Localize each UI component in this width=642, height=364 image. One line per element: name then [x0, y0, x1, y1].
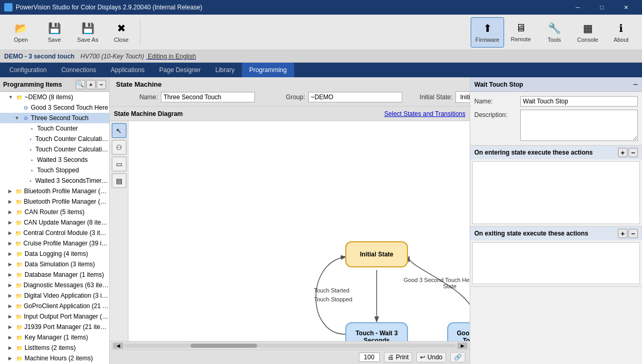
- tree-item-label: ListItems (2 items): [25, 344, 76, 351]
- scroll-left-button[interactable]: ◀: [113, 343, 123, 349]
- right-panel-close-button[interactable]: −: [633, 80, 638, 89]
- sidebar-remove-button[interactable]: −: [97, 80, 106, 89]
- folder-icon: 📁: [15, 313, 22, 320]
- scroll-right-button[interactable]: ▶: [457, 343, 468, 349]
- tab-applications[interactable]: Applications: [103, 63, 152, 77]
- tree-item-label: Diagnostic Messages (63 items...: [24, 281, 109, 289]
- close-window-button[interactable]: ✕: [614, 0, 638, 15]
- undo-button[interactable]: ↩ Undo: [416, 352, 446, 362]
- sidebar-item-machine-hours[interactable]: ▶ 📁 Machine Hours (2 items): [0, 353, 109, 363]
- sidebar-item-touch-calc2[interactable]: ▪ Touch Counter Calculation E...: [0, 144, 109, 155]
- state-good-touch[interactable]: Good 3 SecondTouch Here: [447, 322, 470, 341]
- state-touch-wait[interactable]: Touch - Wait 3Seconds: [345, 322, 408, 341]
- sidebar-item-good3[interactable]: ⚙ Good 3 Second Touch Here: [0, 102, 109, 113]
- tree-item-label: Machine Hours (2 items): [25, 355, 93, 362]
- tree-item-label: Bluetooth Profile Manager (M2...: [24, 198, 109, 205]
- sidebar-search-button[interactable]: 🔍: [76, 80, 85, 89]
- tab-connections[interactable]: Connections: [54, 63, 103, 77]
- folder-icon: 📁: [16, 261, 23, 268]
- on-exit-section: On exiting state execute these actions +…: [470, 227, 642, 287]
- save-button[interactable]: 💾 Save: [38, 17, 71, 48]
- state-machine-icon: ⚙: [22, 104, 29, 111]
- print-button[interactable]: 🖨 Print: [384, 352, 413, 362]
- sidebar-add-button[interactable]: +: [86, 80, 96, 89]
- hscroll-track[interactable]: [124, 344, 456, 348]
- sidebar-item-can-update[interactable]: ▶ 📁 CAN Update Manager (8 items...: [0, 217, 109, 228]
- sidebar-item-can-router[interactable]: ▶ 📁 CAN Router (5 items): [0, 207, 109, 217]
- state-description-input[interactable]: [520, 110, 638, 141]
- sidebar-item-digital-video[interactable]: ▶ 📁 Digital Video Application (3 ite...: [0, 290, 109, 301]
- tab-page-designer[interactable]: Page Designer: [152, 63, 208, 77]
- minimize-button[interactable]: ─: [566, 0, 590, 15]
- firmware-button[interactable]: ⬆ Firmware: [471, 17, 504, 48]
- sidebar-item-waited3[interactable]: ▪ Waited 3 Seconds: [0, 155, 109, 165]
- on-enter-collapse-button[interactable]: −: [628, 148, 638, 157]
- sidebar-item-data-simulation[interactable]: ▶ 📁 Data Simulation (3 items): [0, 259, 109, 269]
- connect-tool[interactable]: ⚇: [112, 140, 126, 155]
- pointer-tool[interactable]: ↖: [112, 123, 126, 138]
- link-button[interactable]: 🔗: [450, 352, 465, 362]
- diagram-canvas[interactable]: Initial State Touch - Wait 3Seconds Good…: [129, 121, 470, 341]
- sidebar-item-touch-calc1[interactable]: ▪ Touch Counter Calculation E...: [0, 134, 109, 144]
- initial-state-select[interactable]: Initial State: [456, 91, 470, 103]
- sidebar-item-gopro[interactable]: ▶ 📁 GoProClient Application (21 ite...: [0, 301, 109, 311]
- tab-library[interactable]: Library: [208, 63, 242, 77]
- sidebar-item-database-manager[interactable]: ▶ 📁 Database Manager (1 items): [0, 269, 109, 280]
- right-panel: Wait Touch Stop − Name: Description: On …: [470, 77, 642, 364]
- expand-icon: ▶: [8, 199, 14, 204]
- about-icon: ℹ: [619, 22, 623, 34]
- on-exit-add-button[interactable]: +: [618, 229, 627, 238]
- sidebar-item-cruise-profile[interactable]: ▶ 📁 Cruise Profile Manager (39 item...: [0, 238, 109, 249]
- sidebar-item-listitems[interactable]: ▶ 📁 ListItems (2 items): [0, 343, 109, 353]
- item-icon: ▪: [28, 156, 36, 163]
- save-as-button[interactable]: 💾 Save As: [71, 17, 104, 48]
- console-button[interactable]: ▦ Console: [571, 17, 604, 48]
- open-button[interactable]: 📂 Open: [4, 17, 38, 48]
- transition-label-touch-stopped-1: Touch Stopped: [314, 296, 352, 302]
- sidebar-item-touch-stopped[interactable]: ▪ Touch Stopped: [0, 165, 109, 175]
- sidebar-item-central-control[interactable]: ▶ 📁 Central Control Module (3 items...: [0, 228, 109, 238]
- sidebar-item-data-logging[interactable]: ▶ 📁 Data Logging (4 items): [0, 249, 109, 259]
- breadcrumb-editing[interactable]: Editing in English: [146, 53, 196, 60]
- name-input[interactable]: [161, 92, 255, 102]
- on-exit-collapse-button[interactable]: −: [628, 229, 638, 238]
- initial-state-field-row: Initial State: Initial State: [411, 91, 470, 103]
- state-tool[interactable]: ▭: [112, 157, 126, 171]
- tab-programming[interactable]: Programming: [242, 63, 294, 77]
- sidebar-item-waited-timervar[interactable]: ▪ Waited 3 SecondsTimerVaria...: [0, 175, 109, 186]
- select-states-link[interactable]: Select States and Transitions: [384, 110, 465, 118]
- hscroll-thumb[interactable]: [191, 344, 257, 348]
- sidebar-item-j1939[interactable]: ▶ 📁 J1939 Port Manager (21 items): [0, 322, 109, 332]
- state-name-input[interactable]: [520, 96, 638, 107]
- on-enter-header[interactable]: On entering state execute these actions …: [470, 146, 642, 159]
- diagram-hscroll[interactable]: ◀ ▶: [110, 341, 470, 349]
- folder-icon: 📁: [16, 187, 22, 195]
- app-icon: [4, 3, 13, 11]
- toolbar-separator: [140, 19, 141, 45]
- tools-button[interactable]: 🔧 Tools: [538, 17, 571, 48]
- group-input[interactable]: [308, 92, 402, 102]
- on-exit-header[interactable]: On exiting state execute these actions +…: [470, 227, 642, 240]
- tab-configuration[interactable]: Configuration: [2, 63, 54, 77]
- sidebar-item-bluetooth-m39[interactable]: ▶ 📁 Bluetooth Profile Manager (39...: [0, 186, 109, 196]
- remote-button[interactable]: 🖥 Remote: [504, 17, 538, 48]
- sidebar-item-bluetooth-m2[interactable]: ▶ 📁 Bluetooth Profile Manager (M2...: [0, 196, 109, 207]
- state-initial[interactable]: Initial State: [345, 241, 408, 267]
- item-icon: ▪: [27, 146, 33, 153]
- sidebar-item-diagnostic[interactable]: ▶ 📁 Diagnostic Messages (63 items...: [0, 280, 109, 290]
- remote-label: Remote: [511, 36, 531, 42]
- sidebar-item-touch-counter[interactable]: ▪ Touch Counter: [0, 123, 109, 134]
- sidebar-item-three-second[interactable]: ▼ ⚙ Three Second Touch: [0, 113, 109, 123]
- sidebar-item-demo-root[interactable]: ▼ 📁 ~DEMO (8 items): [0, 92, 109, 102]
- about-button[interactable]: ℹ About: [604, 17, 638, 48]
- text-tool[interactable]: ▤: [112, 173, 126, 188]
- expand-icon: ▶: [8, 356, 15, 361]
- remote-icon: 🖥: [516, 22, 526, 34]
- diagram-svg: [129, 121, 470, 341]
- on-enter-add-button[interactable]: +: [618, 148, 627, 157]
- sidebar-item-key-manager[interactable]: ▶ 📁 Key Manager (1 items): [0, 332, 109, 343]
- maximize-button[interactable]: □: [590, 0, 614, 15]
- sidebar-item-input-output[interactable]: ▶ 📁 Input Output Port Manager (1 i...: [0, 311, 109, 322]
- close-file-button[interactable]: ✖ Close: [104, 17, 138, 48]
- folder-icon: 📁: [16, 292, 23, 299]
